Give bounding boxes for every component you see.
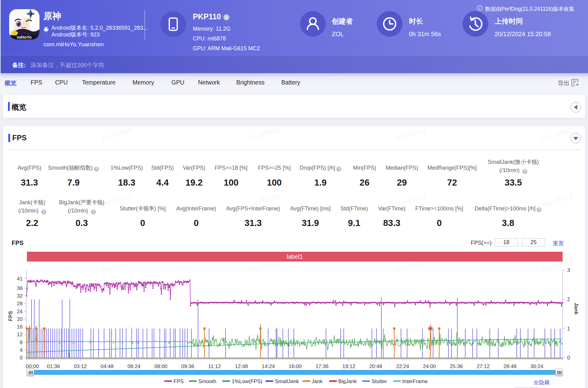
svg-text:i: i bbox=[479, 6, 481, 10]
svg-text:miHoYo: miHoYo bbox=[17, 35, 32, 40]
svg-text:i: i bbox=[226, 15, 227, 20]
